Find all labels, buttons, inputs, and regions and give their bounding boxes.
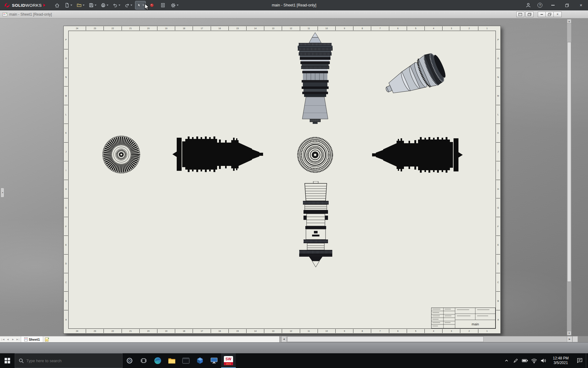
network-status-button[interactable] (530, 353, 539, 368)
search-input[interactable] (26, 358, 119, 363)
document-window-bar: main - Sheet1 [Read-only] × (0, 10, 588, 18)
brand-text: SOLIDWORKS (12, 3, 42, 8)
zone-label: H (496, 180, 500, 199)
volume-icon (540, 357, 547, 364)
document-minimize-icon (541, 14, 543, 15)
pen-settings-button[interactable] (511, 353, 520, 368)
solidworks-badge-year: 2021 (224, 362, 233, 365)
scroll-down-button[interactable]: ▼ (567, 331, 571, 335)
document-close-button[interactable]: × (554, 12, 562, 17)
document-minimize-button[interactable] (538, 12, 546, 17)
document-restore-button[interactable] (546, 12, 554, 17)
next-sheet-button[interactable]: ▶ (10, 336, 16, 342)
hidden-icons-button[interactable] (502, 353, 511, 368)
minimize-icon (551, 5, 555, 5)
drawing-view-top-projected[interactable] (296, 33, 334, 125)
zone-label: C (64, 273, 68, 292)
cascade-windows-icon (528, 13, 531, 16)
last-sheet-button[interactable]: ▶❘ (16, 336, 21, 342)
undo-dropdown-arrow[interactable] (119, 5, 120, 6)
first-sheet-button[interactable]: ❘◀ (0, 336, 5, 342)
quick-access-toolbar (52, 1, 180, 9)
zone-label: 23 (86, 26, 104, 30)
battery-status-button[interactable] (520, 353, 530, 368)
task-view-button[interactable] (137, 353, 151, 368)
drawing-view-right-side[interactable] (371, 136, 463, 174)
drawing-view-front-fan[interactable] (101, 135, 141, 174)
file-properties-button[interactable] (158, 1, 168, 9)
zone-label: 4 (425, 329, 443, 333)
close-button[interactable]: × (574, 0, 588, 10)
zone-label: I (64, 161, 68, 180)
volume-button[interactable] (539, 353, 548, 368)
start-button[interactable] (0, 353, 15, 368)
help-button[interactable]: ? (534, 0, 546, 10)
scroll-left-button[interactable]: ◀ (281, 336, 287, 342)
zone-label: D (496, 255, 500, 273)
cube-app-button[interactable] (193, 353, 207, 368)
save-dropdown-arrow[interactable] (95, 5, 96, 6)
restore-button[interactable] (560, 0, 574, 10)
account-button[interactable] (522, 0, 534, 10)
horizontal-scroll-track[interactable] (287, 336, 567, 342)
zone-label: F (64, 217, 68, 236)
scrollbar-corner (572, 336, 578, 342)
display-app-button[interactable] (207, 353, 221, 368)
previous-sheet-button[interactable]: ◀ (5, 336, 10, 342)
zone-label: 20 (140, 329, 157, 333)
graphics-area[interactable]: 242322212019181716151413121110987654321 … (0, 18, 588, 336)
zone-label: 16 (211, 26, 229, 30)
edge-button[interactable] (151, 353, 165, 368)
zone-label: E (496, 236, 500, 255)
options-button[interactable] (169, 1, 180, 9)
arrange-windows-button[interactable] (516, 12, 524, 17)
zone-label: N (496, 68, 500, 87)
open-button[interactable] (75, 1, 86, 9)
open-dropdown-arrow[interactable] (83, 5, 85, 6)
print-dropdown-arrow[interactable] (107, 5, 108, 6)
featuremanager-collapsed-tab[interactable]: ◂ (1, 188, 4, 197)
title-block[interactable]: main (431, 308, 496, 328)
scroll-up-button[interactable]: ▲ (567, 19, 571, 24)
dark-window-app-icon (182, 357, 190, 364)
options-dropdown-arrow[interactable] (177, 5, 179, 6)
cortana-button[interactable] (123, 353, 137, 368)
redo-button[interactable] (123, 1, 134, 9)
zone-label: L (496, 105, 500, 124)
solidworks-app-button[interactable]: SW 2021 (221, 353, 236, 368)
sheet-tab-label: Sheet1 (29, 338, 40, 341)
minimize-button[interactable] (546, 0, 560, 10)
dark-window-app-button[interactable] (179, 353, 193, 368)
drawing-view-isometric[interactable] (379, 43, 458, 109)
zone-label: 4 (425, 26, 443, 30)
show-desktop-button[interactable] (586, 353, 588, 368)
new-dropdown-arrow[interactable] (70, 5, 72, 6)
zone-label: O (64, 49, 68, 68)
drawing-view-bottom-projected[interactable] (297, 181, 335, 272)
file-explorer-button[interactable] (165, 353, 179, 368)
home-button[interactable] (52, 1, 62, 9)
vertical-scroll-thumb[interactable] (567, 42, 571, 282)
scroll-right-button[interactable]: ▶ (567, 336, 572, 342)
redo-dropdown-arrow[interactable] (130, 5, 132, 6)
start-icon (5, 358, 10, 363)
taskbar-search[interactable] (15, 353, 123, 368)
zone-label: 22 (104, 329, 122, 333)
vertical-scrollbar[interactable]: ▲ ▼ (567, 19, 571, 335)
save-button[interactable] (88, 1, 98, 9)
action-center-button[interactable] (574, 353, 586, 368)
tab-sheet1[interactable]: Sheet1 (21, 336, 43, 342)
add-sheet-button[interactable] (43, 336, 51, 342)
file-explorer-icon (168, 357, 175, 364)
print-button[interactable] (100, 1, 110, 9)
new-document-button[interactable] (63, 1, 74, 9)
undo-button[interactable] (111, 1, 122, 9)
vertical-scroll-track[interactable] (567, 24, 571, 331)
horizontal-scroll-thumb[interactable] (287, 336, 484, 342)
taskbar-clock[interactable]: 12:48 PM 3/5/2021 (548, 353, 574, 368)
cascade-windows-button[interactable] (526, 12, 533, 17)
zone-label: D (64, 255, 68, 273)
drawing-view-left-side[interactable] (172, 135, 264, 174)
drawing-sheet[interactable]: 242322212019181716151413121110987654321 … (63, 26, 501, 334)
drawing-view-rear[interactable] (297, 136, 334, 173)
